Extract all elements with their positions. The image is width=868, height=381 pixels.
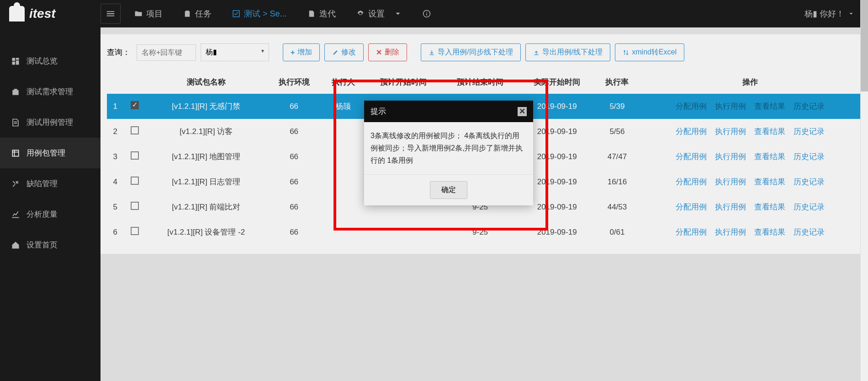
op-assign[interactable]: 分配用例	[676, 101, 707, 112]
cell-executor: 杨颉	[321, 94, 365, 119]
op-exec[interactable]: 执行用例	[715, 227, 746, 237]
col-ops: 操作	[639, 70, 862, 94]
row-index: 2	[107, 119, 123, 144]
hamburger-icon	[106, 9, 116, 19]
row-index: 4	[107, 169, 123, 194]
content-area: 查询： 杨▮ +增加 修改 ✕删除 导入用例/同步线下处理 导出用例/线下处理 …	[101, 27, 868, 381]
op-assign[interactable]: 分配用例	[676, 227, 707, 237]
op-assign[interactable]: 分配用例	[676, 126, 707, 137]
cell-rate: 5/39	[595, 94, 639, 119]
briefcase-icon	[11, 87, 20, 97]
nav-iteration[interactable]: 迭代	[307, 8, 336, 19]
nav-test[interactable]: 测试 > Se...	[232, 8, 287, 19]
col-plan-start: 预计开始时间	[365, 70, 442, 94]
op-exec[interactable]: 执行用例	[715, 101, 746, 112]
op-result[interactable]: 查看结果	[754, 151, 785, 162]
op-assign[interactable]: 分配用例	[676, 202, 707, 212]
info-icon	[423, 10, 431, 18]
delete-button[interactable]: ✕删除	[368, 43, 407, 61]
op-result[interactable]: 查看结果	[754, 126, 785, 137]
sidebar-item-home-settings[interactable]: 设置首页	[0, 230, 101, 260]
sidebar-item-defects[interactable]: 缺陷管理	[0, 168, 101, 199]
sidebar-item-overview[interactable]: 测试总览	[0, 46, 101, 76]
dashboard-icon	[11, 57, 20, 66]
edit-button[interactable]: 修改	[324, 43, 364, 61]
dialog-close-button[interactable]: ✕	[518, 107, 527, 116]
op-result[interactable]: 查看结果	[754, 202, 785, 212]
dialog-ok-button[interactable]: 确定	[430, 181, 467, 199]
package-icon	[11, 149, 20, 158]
row-checkbox[interactable]	[131, 202, 139, 210]
op-exec[interactable]: 执行用例	[715, 177, 746, 187]
clipboard-icon	[183, 10, 191, 18]
scrollbar-thumb[interactable]	[861, 0, 868, 91]
cell-plan-start	[365, 220, 442, 245]
cell-name: [v1.2.1][R] 地图管理	[146, 144, 267, 169]
col-plan-end: 预计结束时间	[442, 70, 519, 94]
cell-env: 66	[267, 169, 322, 194]
op-history[interactable]: 历史记录	[794, 126, 825, 137]
op-result[interactable]: 查看结果	[754, 227, 785, 237]
search-input[interactable]	[137, 44, 196, 61]
op-history[interactable]: 历史记录	[794, 101, 825, 112]
sidebar-item-analysis[interactable]: 分析度量	[0, 199, 101, 230]
cell-rate: 5/56	[595, 119, 639, 144]
nav-task[interactable]: 任务	[183, 8, 212, 19]
op-assign[interactable]: 分配用例	[676, 177, 707, 187]
col-rate: 执行率	[595, 70, 639, 94]
user-greeting[interactable]: 杨▮ 你好！	[804, 8, 868, 19]
dialog-header: 提示 ✕	[364, 101, 533, 122]
row-checkbox[interactable]	[131, 126, 139, 134]
sidebar: 测试总览 测试需求管理 测试用例管理 用例包管理 缺陷管理 分析度量 设置首页	[0, 27, 101, 381]
row-checkbox[interactable]	[131, 177, 139, 185]
op-history[interactable]: 历史记录	[794, 202, 825, 212]
cell-env: 66	[267, 220, 322, 245]
user-select[interactable]: 杨▮	[201, 43, 269, 61]
nav-settings-dropdown[interactable]	[394, 10, 402, 18]
nav-info[interactable]	[423, 10, 431, 18]
menu-toggle-button[interactable]	[101, 4, 121, 24]
table-header-row: 测试包名称 执行环境 执行人 预计开始时间 预计结束时间 实际开始时间 执行率 …	[107, 70, 862, 94]
sidebar-item-requirements[interactable]: 测试需求管理	[0, 76, 101, 107]
chevron-down-icon	[394, 10, 402, 18]
col-actual-start: 实际开始时间	[519, 70, 595, 94]
chart-icon	[11, 210, 20, 219]
row-checkbox[interactable]	[131, 227, 139, 235]
op-history[interactable]: 历史记录	[794, 227, 825, 237]
op-exec[interactable]: 执行用例	[715, 202, 746, 212]
logo[interactable]: itest	[0, 6, 101, 21]
row-checkbox[interactable]	[131, 101, 139, 109]
table-row[interactable]: 6[v1.2.1][R] 设备管理 -2669-252019-09-190/61…	[107, 220, 862, 245]
sidebar-item-cases[interactable]: 测试用例管理	[0, 107, 101, 138]
op-history[interactable]: 历史记录	[794, 151, 825, 162]
op-exec[interactable]: 执行用例	[715, 151, 746, 162]
col-executor: 执行人	[321, 70, 365, 94]
vertical-scrollbar[interactable]	[860, 0, 868, 381]
brand-text: itest	[29, 6, 56, 21]
add-button[interactable]: +增加	[283, 43, 320, 61]
row-index: 5	[107, 194, 123, 220]
nav-settings[interactable]: 设置	[356, 8, 385, 19]
op-exec[interactable]: 执行用例	[715, 126, 746, 137]
row-checkbox[interactable]	[131, 151, 139, 160]
cell-executor	[321, 169, 365, 194]
import-button[interactable]: 导入用例/同步线下处理	[421, 43, 520, 61]
cell-name: [v1.2.1][R] 访客	[146, 119, 267, 144]
xmind-button[interactable]: xmind转Excel	[615, 43, 684, 61]
op-assign[interactable]: 分配用例	[676, 151, 707, 162]
op-history[interactable]: 历史记录	[794, 177, 825, 187]
cell-plan-end: 9-25	[442, 220, 519, 245]
tools-icon	[11, 179, 20, 188]
pencil-icon	[332, 49, 339, 56]
cell-env: 66	[267, 94, 322, 119]
download-icon	[429, 49, 435, 56]
op-result[interactable]: 查看结果	[754, 101, 785, 112]
cell-rate: 0/61	[595, 220, 639, 245]
nav-project[interactable]: 项目	[134, 8, 163, 19]
col-name: 测试包名称	[146, 70, 267, 94]
swap-icon	[623, 49, 629, 56]
sidebar-item-packages[interactable]: 用例包管理	[0, 138, 101, 168]
cell-name: [v1.2.1][R] 设备管理 -2	[146, 220, 267, 245]
op-result[interactable]: 查看结果	[754, 177, 785, 187]
export-button[interactable]: 导出用例/线下处理	[525, 43, 610, 61]
